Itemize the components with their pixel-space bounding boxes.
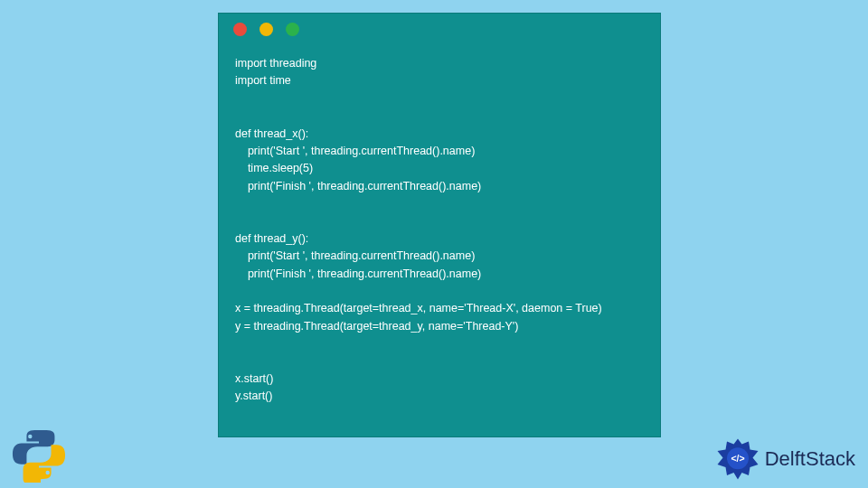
brand: </> DelftStack <box>716 437 855 481</box>
delftstack-badge-icon: </> <box>716 437 760 481</box>
close-icon[interactable] <box>233 23 247 36</box>
zoom-icon[interactable] <box>286 23 299 36</box>
code-window: import threading import time def thread_… <box>218 13 661 437</box>
brand-name: DelftStack <box>765 447 855 471</box>
code-content: import threading import time def thread_… <box>219 44 660 422</box>
minimize-icon[interactable] <box>259 23 273 36</box>
python-logo-icon <box>11 427 67 483</box>
svg-text:</>: </> <box>731 453 744 464</box>
window-titlebar <box>219 14 660 44</box>
